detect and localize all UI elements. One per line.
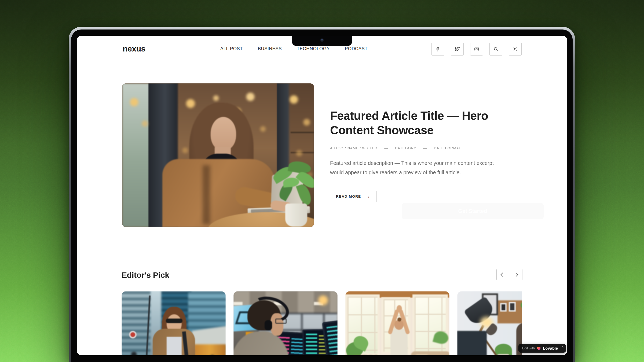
ghost-button-label: Get Started [458, 208, 487, 214]
search-icon [493, 46, 499, 52]
sun-icon [513, 46, 518, 52]
desktop-background: nexus ALL POST BUSINESS TECHNOLOGY PODCA… [0, 0, 644, 362]
meta-separator: — [423, 146, 427, 150]
hero-date: DATE FORMAT [434, 146, 461, 150]
card-home-office[interactable] [457, 291, 522, 355]
photo-shapes [345, 291, 449, 355]
theme-toggle-button[interactable] [509, 43, 522, 56]
nav-item-business[interactable]: BUSINESS [258, 46, 282, 51]
chevron-left-icon [501, 272, 505, 277]
card-street-fashion[interactable] [122, 291, 226, 355]
lovable-heart-icon [537, 346, 541, 350]
card-developer-monitors[interactable] [233, 291, 338, 355]
edit-with-lovable-badge[interactable]: Edit with Lovable × [518, 344, 566, 353]
photo-shapes [122, 83, 314, 227]
search-button[interactable] [489, 43, 502, 56]
photo-shapes [122, 291, 226, 355]
chevron-right-icon [514, 272, 518, 277]
laptop-notch [292, 36, 352, 46]
lovable-prefix: Edit with [522, 346, 535, 350]
browser-screen: nexus ALL POST BUSINESS TECHNOLOGY PODCA… [77, 36, 567, 355]
hero-description: Featured article description — This is w… [330, 158, 494, 177]
nav-item-technology[interactable]: TECHNOLOGY [297, 46, 330, 51]
arrow-right-icon: → [365, 194, 370, 199]
hero-description-line2: would appear to give readers a preview o… [330, 169, 461, 175]
meta-separator: — [384, 146, 388, 150]
header-actions [431, 43, 522, 56]
read-more-button[interactable]: READ MORE → [330, 191, 376, 202]
photo-shapes [233, 291, 338, 355]
carousel-next-button[interactable] [511, 269, 522, 280]
photo-shapes [457, 291, 522, 355]
instagram-icon [474, 46, 479, 52]
carousel-prev-button[interactable] [496, 269, 508, 280]
lovable-brand: Lovable [543, 346, 558, 350]
hero-author[interactable]: AUTHOR NAME / WRITER [330, 146, 377, 150]
hero-title-line2: Content Showcase [330, 124, 434, 137]
twitter-button[interactable] [451, 43, 464, 56]
read-more-label: READ MORE [336, 194, 361, 198]
facebook-icon [435, 46, 441, 52]
site-logo[interactable]: nexus [123, 36, 145, 62]
laptop-bezel: nexus ALL POST BUSINESS TECHNOLOGY PODCA… [71, 29, 573, 362]
twitter-icon [455, 46, 460, 52]
nav-item-podcast[interactable]: PODCAST [345, 46, 368, 51]
card-home-yoga[interactable] [345, 291, 449, 355]
hero-title: Featured Article Title — HeroContent Sho… [330, 109, 488, 138]
facebook-button[interactable] [431, 43, 444, 56]
laptop-mockup: nexus ALL POST BUSINESS TECHNOLOGY PODCA… [69, 27, 575, 362]
instagram-button[interactable] [470, 43, 483, 56]
hero-photo [122, 83, 314, 227]
hero-category[interactable]: CATEGORY [395, 146, 416, 150]
ghost-get-started-button: Get Started [402, 203, 544, 219]
hero-title-line1: Featured Article Title — Hero [330, 109, 488, 122]
hero-meta: AUTHOR NAME / WRITER — CATEGORY — DATE F… [330, 146, 461, 150]
hero-description-line1: Featured article description — This is w… [330, 160, 494, 166]
editors-pick-carousel [122, 291, 522, 355]
nav-item-all-post[interactable]: ALL POST [220, 46, 243, 51]
editors-pick-heading: Editor's Pick [122, 270, 169, 280]
webcam-icon [320, 38, 324, 42]
close-icon[interactable]: × [562, 345, 564, 348]
